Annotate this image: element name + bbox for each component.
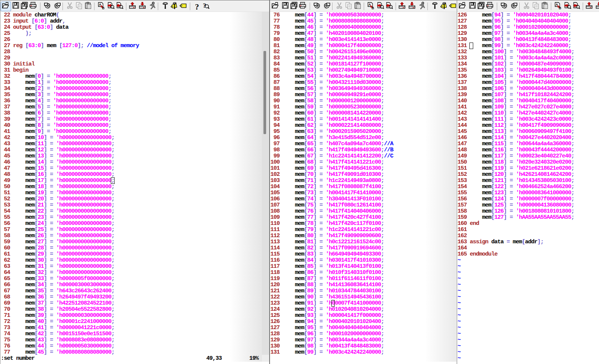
svg-text:B: B <box>559 6 561 10</box>
svg-text:B: B <box>102 6 105 10</box>
svg-text:B: B <box>372 6 374 10</box>
svg-text:?: ? <box>195 2 199 11</box>
